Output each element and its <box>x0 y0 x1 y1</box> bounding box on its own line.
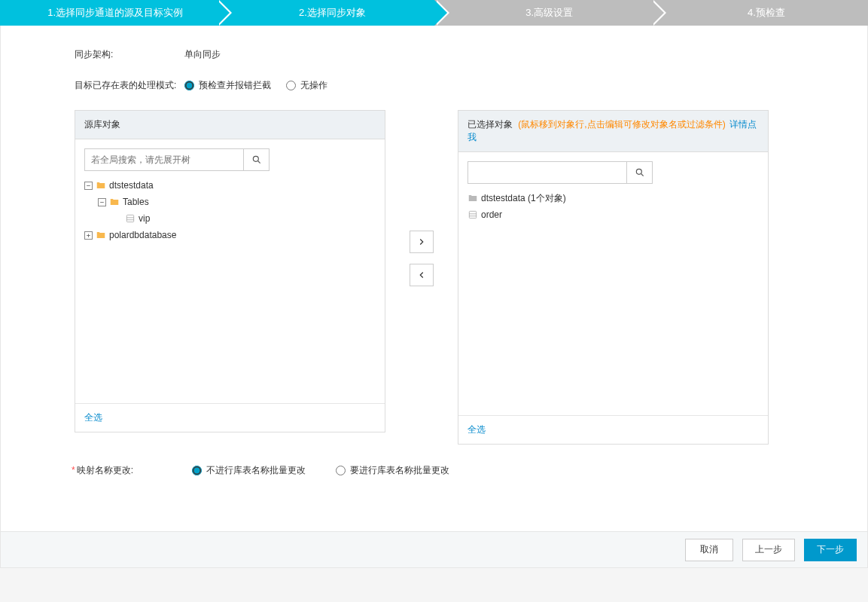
svg-point-0 <box>253 156 258 161</box>
move-right-button[interactable] <box>410 231 434 253</box>
target-mode-option-noop[interactable]: 无操作 <box>286 79 327 92</box>
tree-table-vip[interactable]: vip <box>125 210 376 227</box>
step-2[interactable]: 2.选择同步对象 <box>217 0 434 26</box>
svg-line-1 <box>257 161 260 163</box>
svg-rect-7 <box>469 211 476 218</box>
search-icon <box>635 167 645 178</box>
stepper: 1.选择同步通道的源及目标实例 2.选择同步对象 3.高级设置 4.预检查 <box>0 0 868 26</box>
mapping-option-rename-label: 要进行库表名称批量更改 <box>350 464 449 477</box>
mapping-option-no-rename-label: 不进行库表名称批量更改 <box>206 464 306 477</box>
selected-panel-body: dtstestdata (1个对象) order <box>458 152 768 415</box>
selected-search <box>468 161 653 184</box>
tree-tables-node[interactable]: − Tables <box>98 194 376 210</box>
tree-table-vip-label: vip <box>139 210 150 227</box>
required-asterisk: * <box>72 465 75 475</box>
mapping-option-rename[interactable]: 要进行库表名称批量更改 <box>336 464 449 477</box>
target-mode-option-precheck-label: 预检查并报错拦截 <box>199 79 271 92</box>
next-button[interactable]: 下一步 <box>804 539 857 561</box>
selected-panel-hint: (鼠标移到对象行,点击编辑可修改对象名或过滤条件) <box>518 119 725 130</box>
svg-point-5 <box>636 169 641 174</box>
folder-open-icon <box>109 197 120 207</box>
selected-panel-title: 已选择对象 <box>468 119 513 130</box>
toggle-minus-icon[interactable]: − <box>98 198 106 206</box>
selected-select-all[interactable]: 全选 <box>468 424 486 435</box>
mapping-option-no-rename[interactable]: 不进行库表名称批量更改 <box>192 464 306 477</box>
toggle-minus-icon[interactable]: − <box>84 182 93 190</box>
source-panel: 源库对象 − <box>75 110 385 432</box>
mapping-label: 映射名称更改: <box>77 465 133 475</box>
step-4[interactable]: 4.预检查 <box>651 0 868 26</box>
move-left-button[interactable] <box>410 264 434 286</box>
step-3[interactable]: 3.高级设置 <box>434 0 651 26</box>
chevron-right-icon <box>416 237 427 247</box>
mapping-row: *映射名称更改: 不进行库表名称批量更改 要进行库表名称批量更改 <box>1 464 867 477</box>
cancel-button[interactable]: 取消 <box>685 539 733 561</box>
target-mode-row: 目标已存在表的处理模式: 预检查并报错拦截 无操作 <box>1 79 867 92</box>
source-search-button[interactable] <box>243 149 269 170</box>
chevron-left-icon <box>416 270 427 280</box>
target-mode-label: 目标已存在表的处理模式: <box>75 79 184 92</box>
tree-db-polardb[interactable]: + polardbdatabase <box>84 227 376 243</box>
selected-tree: dtstestdata (1个对象) order <box>468 190 759 223</box>
folder-icon <box>468 193 478 203</box>
selected-table-label: order <box>481 206 502 223</box>
sync-architecture-row: 同步架构: 单向同步 <box>1 48 867 61</box>
source-panel-footer: 全选 <box>75 403 385 432</box>
source-search <box>84 148 270 171</box>
transfer-column <box>385 110 458 286</box>
target-mode-option-noop-label: 无操作 <box>300 79 327 92</box>
footer-bar: 取消 上一步 下一步 <box>1 531 867 567</box>
tree-tables-label: Tables <box>123 194 149 210</box>
source-select-all[interactable]: 全选 <box>84 412 102 423</box>
target-mode-radio-group: 预检查并报错拦截 无操作 <box>184 79 327 92</box>
mapping-radio-no-rename[interactable] <box>192 466 202 475</box>
prev-button[interactable]: 上一步 <box>742 539 795 561</box>
selected-search-button[interactable] <box>626 162 652 183</box>
folder-closed-icon <box>96 230 106 240</box>
selected-db-row[interactable]: dtstestdata (1个对象) <box>468 190 759 206</box>
sync-arch-value: 单向同步 <box>184 48 221 61</box>
mapping-radio-rename[interactable] <box>336 466 346 475</box>
panels-wrap: 源库对象 − <box>1 110 867 445</box>
target-mode-radio-precheck[interactable] <box>184 81 194 90</box>
main-card: 同步架构: 单向同步 目标已存在表的处理模式: 预检查并报错拦截 无操作 <box>0 26 868 568</box>
mapping-radio-group: 不进行库表名称批量更改 要进行库表名称批量更改 <box>192 464 449 477</box>
source-panel-title: 源库对象 <box>84 119 120 130</box>
svg-line-6 <box>641 174 643 176</box>
sync-arch-label: 同步架构: <box>75 48 184 61</box>
source-panel-body: − dtstestdata − Tables <box>75 139 385 403</box>
target-mode-radio-noop[interactable] <box>286 81 296 90</box>
target-mode-option-precheck[interactable]: 预检查并报错拦截 <box>184 79 271 92</box>
tree-db-dtstestdata-label: dtstestdata <box>109 177 154 194</box>
tree-db-polardb-label: polardbdatabase <box>109 227 176 243</box>
selected-panel: 已选择对象 (鼠标移到对象行,点击编辑可修改对象名或过滤条件) 详情点我 <box>458 110 769 445</box>
toggle-plus-icon[interactable]: + <box>84 231 93 240</box>
search-icon <box>251 154 262 165</box>
selected-db-label: dtstestdata (1个对象) <box>481 190 566 206</box>
selected-search-input[interactable] <box>468 162 626 183</box>
folder-open-icon <box>96 180 106 191</box>
source-tree: − dtstestdata − Tables <box>84 177 376 243</box>
source-panel-header: 源库对象 <box>75 111 385 139</box>
selected-panel-footer: 全选 <box>458 415 768 444</box>
selected-table-row[interactable]: order <box>468 206 759 223</box>
table-icon <box>468 209 478 220</box>
table-icon <box>125 213 136 224</box>
step-1[interactable]: 1.选择同步通道的源及目标实例 <box>0 0 217 26</box>
svg-rect-2 <box>126 215 133 222</box>
source-search-input[interactable] <box>85 149 243 170</box>
mapping-label-wrap: *映射名称更改: <box>72 464 192 477</box>
tree-db-dtstestdata[interactable]: − dtstestdata <box>84 177 376 194</box>
selected-panel-header: 已选择对象 (鼠标移到对象行,点击编辑可修改对象名或过滤条件) 详情点我 <box>458 111 768 152</box>
